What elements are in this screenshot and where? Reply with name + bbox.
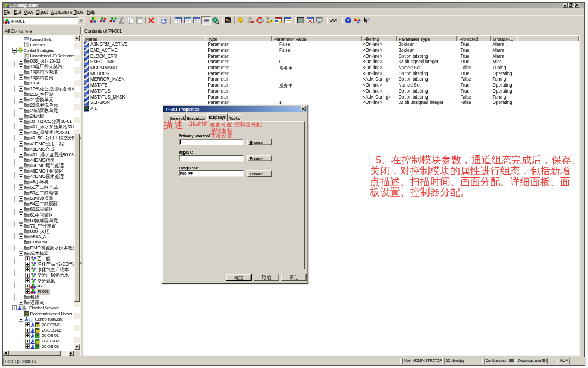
svg-text:?: ? [347, 18, 350, 23]
svg-text:?: ? [270, 20, 272, 23]
svg-text:?: ? [367, 17, 370, 22]
